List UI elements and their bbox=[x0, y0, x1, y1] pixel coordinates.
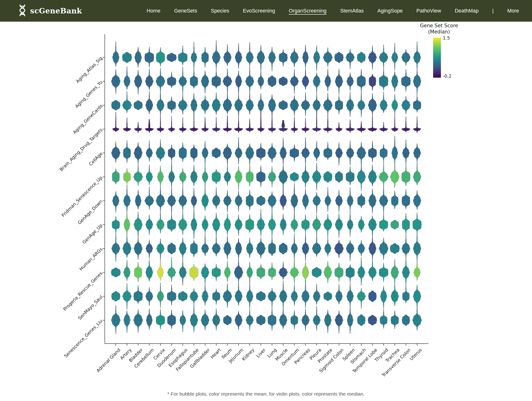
violin-progeria-rescue-genes-cerebellum bbox=[146, 259, 153, 281]
violin-aging-genecards-cerebellum bbox=[146, 91, 153, 114]
violin-genage-up-duodenum bbox=[167, 213, 176, 232]
violin-brain-aging-drug-targets-stomach bbox=[357, 121, 366, 133]
violin-aging-atlas-sig-cervix bbox=[156, 47, 165, 66]
violin-aging-genes-yu-lung bbox=[268, 76, 276, 87]
violin-aging-atlas-sig-artery bbox=[122, 52, 132, 63]
violin-fridman-senescence-up-prostate bbox=[323, 171, 332, 182]
violin-progeria-rescue-genes-muscle bbox=[279, 262, 288, 280]
violin-genage-down-liver bbox=[256, 196, 265, 206]
violin-fridman-senescence-up-fallopiantube bbox=[190, 165, 197, 186]
violin-aging-genecards-cervix bbox=[157, 89, 164, 115]
violin-aging-genecards-ileum bbox=[223, 93, 232, 114]
violin-fridman-senescence-up-ileum bbox=[224, 165, 231, 185]
violin-senescence-genes-liu-bladder bbox=[133, 309, 143, 332]
violin-genage-up-prostate bbox=[323, 214, 332, 238]
violin-progeria-rescue-genes-uterus bbox=[414, 259, 421, 281]
violin-aging-genes-yu-gallbladder bbox=[201, 71, 209, 94]
violin-genage-down-bladder bbox=[135, 190, 141, 209]
violin-human-args-fallopiantube bbox=[190, 240, 198, 257]
violin-aging-atlas-sig-thyroid bbox=[379, 45, 388, 69]
violin-senescence-genes-liu-cervix bbox=[156, 309, 165, 329]
violin-cellage-ileum bbox=[223, 144, 232, 165]
violin-genage-down-artery bbox=[123, 184, 130, 213]
violin-progeria-rescue-genes-heart bbox=[212, 264, 221, 281]
violin-progeria-rescue-genes-spleen bbox=[346, 264, 355, 283]
violin-senmayo-saul-muscle bbox=[279, 281, 287, 310]
violin-aging-atlas-sig-bladder bbox=[135, 47, 142, 68]
violin-senmayo-saul-sigmoid-colon bbox=[336, 284, 342, 304]
violin-genage-down-sigmoid-colon bbox=[335, 190, 342, 212]
violin-senescence-genes-liu-temporal-lobe bbox=[368, 315, 377, 326]
violin-genage-down-stomach bbox=[357, 194, 365, 208]
violin-aging-genes-yu-fallopiantube bbox=[190, 69, 198, 88]
violin-brain-aging-drug-targets-cerebellum bbox=[145, 119, 154, 133]
violin-fridman-senescence-up-thyroid bbox=[379, 161, 388, 187]
violin-senescence-genes-liu-esophagus bbox=[180, 310, 186, 332]
violin-cellage-liver bbox=[256, 143, 266, 161]
violin-cellage-temporal-lobe bbox=[368, 141, 377, 162]
violin-senescence-genes-liu-duodenum bbox=[167, 310, 176, 329]
violin-genage-up-stomach bbox=[358, 216, 364, 232]
violin-human-args-artery bbox=[123, 234, 131, 258]
violin-senescence-genes-liu-thyroid bbox=[380, 309, 387, 328]
violin-senescence-genes-liu-fallopiantube bbox=[190, 303, 198, 332]
violin-senmayo-saul-trachea bbox=[391, 283, 399, 306]
violin-cellage-stomach bbox=[357, 142, 366, 167]
violin-fridman-senescence-up-uterus bbox=[413, 162, 421, 185]
violin-senescence-genes-liu-cerebellum bbox=[146, 308, 152, 330]
violin-progeria-rescue-genes-liver bbox=[257, 264, 265, 279]
violin-progeria-rescue-genes-bladder bbox=[134, 262, 142, 282]
violin-aging-atlas-sig-liver bbox=[257, 45, 265, 72]
violin-human-args-stomach bbox=[358, 240, 365, 256]
violin-fridman-senescence-up-jejunum bbox=[235, 166, 242, 190]
violin-human-args-liver bbox=[256, 238, 266, 258]
violin-progeria-rescue-genes-stomach bbox=[358, 257, 365, 285]
violin-human-args-cerebellum bbox=[146, 239, 153, 258]
violin-brain-aging-drug-targets-trachea bbox=[391, 112, 398, 132]
violin-brain-aging-drug-targets-cervix bbox=[157, 113, 164, 132]
violin-progeria-rescue-genes-transverse-colon bbox=[402, 258, 410, 287]
violin-genage-down-heart bbox=[212, 188, 220, 209]
violin-cellage-artery bbox=[123, 140, 131, 163]
violin-brain-aging-drug-targets-adrenal-gland bbox=[112, 112, 119, 132]
violin-senescence-genes-liu-lung bbox=[268, 308, 276, 331]
violin-aging-genes-yu-muscle bbox=[279, 77, 288, 86]
violin-progeria-rescue-genes-omentum bbox=[290, 257, 299, 284]
violin-human-args-heart bbox=[212, 233, 220, 257]
violin-senmayo-saul-heart bbox=[212, 288, 220, 305]
violin-aging-atlas-sig-jejunum bbox=[235, 43, 242, 69]
violin-progeria-rescue-genes-fallopiantube bbox=[190, 264, 198, 281]
violin-senmayo-saul-cervix bbox=[157, 283, 164, 307]
violin-fridman-senescence-up-liver bbox=[256, 166, 266, 187]
violin-aging-genes-yu-duodenum bbox=[167, 72, 176, 88]
violin-human-args-pleura bbox=[312, 233, 321, 257]
violin-genage-up-muscle bbox=[280, 214, 286, 235]
violin-aging-atlas-sig-ileum bbox=[223, 44, 231, 66]
violin-senmayo-saul-spleen bbox=[347, 283, 354, 307]
violin-progeria-rescue-genes-esophagus bbox=[179, 259, 186, 285]
violin-aging-atlas-sig-sigmoid-colon bbox=[335, 52, 343, 63]
violin-aging-genecards-adrenal-gland bbox=[111, 100, 120, 110]
violin-human-args-pancreas bbox=[302, 232, 309, 261]
violin-aging-genes-yu-sigmoid-colon bbox=[335, 69, 343, 95]
violin-progeria-rescue-genes-jejunum bbox=[234, 258, 243, 282]
violin-genage-down-jejunum bbox=[235, 191, 242, 212]
violin-brain-aging-drug-targets-esophagus bbox=[179, 117, 187, 133]
violin-aging-genes-yu-prostate bbox=[325, 69, 331, 91]
violin-brain-aging-drug-targets-temporal-lobe bbox=[368, 111, 377, 132]
violin-aging-genecards-transverse-colon bbox=[402, 96, 411, 114]
violin-senmayo-saul-artery bbox=[122, 283, 131, 309]
violin-senmayo-saul-prostate bbox=[323, 292, 332, 301]
violin-cellage-cervix bbox=[156, 139, 165, 162]
violin-genage-up-cerebellum bbox=[146, 215, 153, 235]
violin-genage-down-ileum bbox=[223, 190, 231, 212]
violin-human-args-lung bbox=[268, 237, 276, 256]
violin-genage-up-pleura bbox=[312, 215, 321, 236]
violin-senescence-genes-liu-muscle bbox=[279, 308, 287, 329]
violin-senmayo-saul-gallbladder bbox=[202, 284, 208, 306]
violin-aging-atlas-sig-prostate bbox=[323, 48, 333, 67]
violin-brain-aging-drug-targets-pleura bbox=[312, 111, 321, 132]
page: scGeneBank HomeGeneSetsSpeciesEvoScreeni… bbox=[0, 0, 532, 401]
violin-cellage-pancreas bbox=[301, 138, 310, 166]
violin-human-args-cervix bbox=[157, 239, 164, 261]
